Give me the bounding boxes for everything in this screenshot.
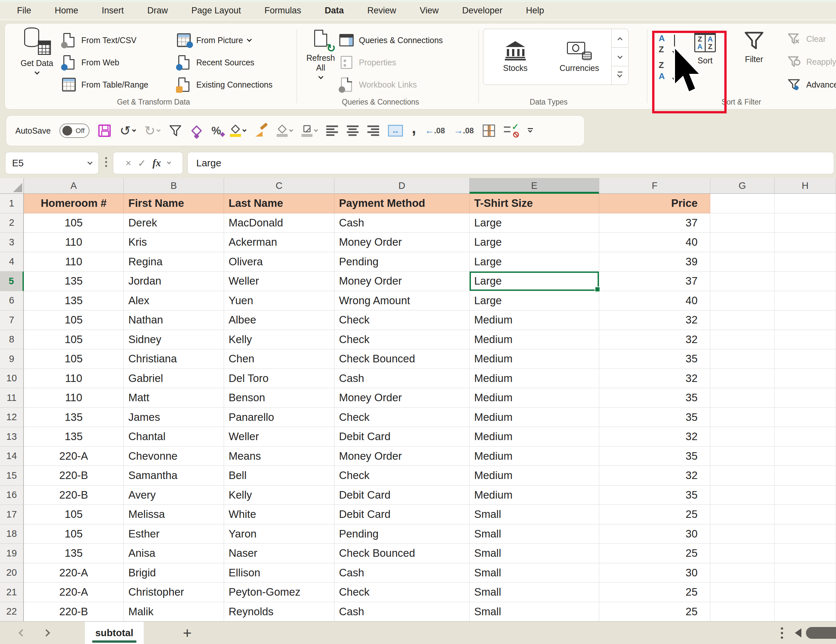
cell-F17[interactable]: 25 bbox=[599, 505, 710, 525]
cell-D22[interactable]: Cash bbox=[335, 602, 470, 622]
row-header-11[interactable]: 11 bbox=[0, 388, 24, 408]
column-header-G[interactable]: G bbox=[710, 178, 775, 193]
cell-H21[interactable] bbox=[775, 583, 836, 602]
row-header-9[interactable]: 9 bbox=[0, 349, 24, 369]
cell-C17[interactable]: White bbox=[224, 505, 335, 525]
row-header-14[interactable]: 14 bbox=[0, 447, 24, 466]
cell-G21[interactable] bbox=[710, 583, 775, 602]
name-box[interactable]: E5 bbox=[5, 152, 99, 174]
insert-function-button[interactable]: fx bbox=[152, 157, 161, 169]
cell-D3[interactable]: Money Order bbox=[335, 233, 470, 252]
queries-connections-button[interactable]: Queries & Connections bbox=[339, 31, 443, 50]
cell-A6[interactable]: 135 bbox=[24, 291, 124, 311]
cell-B12[interactable]: James bbox=[124, 408, 224, 427]
format-painter-button[interactable] bbox=[255, 124, 268, 137]
cell-B19[interactable]: Anisa bbox=[124, 544, 224, 563]
cell-B17[interactable]: Melissa bbox=[124, 505, 224, 525]
tab-page-layout[interactable]: Page Layout bbox=[191, 2, 241, 19]
scroll-left-arrow-icon[interactable] bbox=[795, 628, 802, 637]
cell-H13[interactable] bbox=[775, 427, 836, 447]
cell-E2[interactable]: Large bbox=[470, 213, 599, 233]
reapply-filter-button[interactable]: Reapply bbox=[786, 52, 836, 71]
formula-input[interactable]: Large bbox=[188, 152, 834, 174]
column-header-B[interactable]: B bbox=[124, 178, 224, 193]
cell-C15[interactable]: Bell bbox=[224, 466, 335, 485]
gallery-up-button[interactable] bbox=[612, 29, 628, 47]
cell-B15[interactable]: Samantha bbox=[124, 466, 224, 485]
tab-developer[interactable]: Developer bbox=[462, 2, 502, 19]
cell-A10[interactable]: 110 bbox=[24, 369, 124, 389]
cell-G4[interactable] bbox=[710, 252, 775, 272]
row-header-10[interactable]: 10 bbox=[0, 369, 24, 389]
cell-A16[interactable]: 220-B bbox=[24, 485, 124, 505]
cell-H3[interactable] bbox=[775, 233, 836, 252]
align-center-button[interactable] bbox=[347, 126, 359, 136]
cell-B11[interactable]: Matt bbox=[124, 388, 224, 408]
cell-C6[interactable]: Yuen bbox=[224, 291, 335, 311]
cell-D20[interactable]: Cash bbox=[335, 563, 470, 583]
get-data-button[interactable]: Get Data bbox=[16, 27, 58, 96]
row-header-1[interactable]: 1 bbox=[0, 194, 24, 213]
cell-G2[interactable] bbox=[710, 213, 775, 233]
cell-E8[interactable]: Medium bbox=[470, 330, 599, 350]
fill-color-button[interactable] bbox=[277, 124, 292, 137]
cell-F10[interactable]: 32 bbox=[599, 369, 710, 389]
cell-G17[interactable] bbox=[710, 505, 775, 525]
cell-C1[interactable]: Last Name bbox=[224, 194, 335, 213]
row-header-21[interactable]: 21 bbox=[0, 583, 24, 602]
cell-D7[interactable]: Check bbox=[335, 311, 470, 330]
tab-insert[interactable]: Insert bbox=[102, 2, 124, 19]
cell-B7[interactable]: Nathan bbox=[124, 311, 224, 330]
cell-B2[interactable]: Derek bbox=[124, 213, 224, 233]
row-header-8[interactable]: 8 bbox=[0, 330, 24, 350]
clear-formats-button[interactable] bbox=[191, 125, 202, 137]
cell-F16[interactable]: 35 bbox=[599, 485, 710, 505]
row-header-4[interactable]: 4 bbox=[0, 252, 24, 272]
cell-G3[interactable] bbox=[710, 233, 775, 252]
cell-D21[interactable]: Check bbox=[335, 583, 470, 602]
tab-help[interactable]: Help bbox=[526, 2, 544, 19]
refresh-all-button[interactable]: ↻ Refresh All bbox=[301, 27, 340, 96]
cell-F13[interactable]: 32 bbox=[599, 427, 710, 447]
cell-C3[interactable]: Ackerman bbox=[224, 233, 335, 252]
cell-F2[interactable]: 37 bbox=[599, 213, 710, 233]
cell-B9[interactable]: Christiana bbox=[124, 349, 224, 369]
cell-B1[interactable]: First Name bbox=[124, 194, 224, 213]
cell-G12[interactable] bbox=[710, 408, 775, 427]
cell-D2[interactable]: Cash bbox=[335, 213, 470, 233]
sheet-tab-subtotal[interactable]: subtotal bbox=[85, 622, 144, 644]
cell-H12[interactable] bbox=[775, 408, 836, 427]
cell-A22[interactable]: 220-B bbox=[24, 602, 124, 622]
from-web-button[interactable]: From Web bbox=[61, 53, 119, 72]
cell-D19[interactable]: Check Bounced bbox=[335, 544, 470, 563]
tab-formulas[interactable]: Formulas bbox=[265, 2, 301, 19]
cell-D9[interactable]: Check Bounced bbox=[335, 349, 470, 369]
cell-B6[interactable]: Alex bbox=[124, 291, 224, 311]
cell-D18[interactable]: Pending bbox=[335, 525, 470, 544]
cell-C13[interactable]: Weller bbox=[224, 427, 335, 447]
cell-E9[interactable]: Medium bbox=[470, 349, 599, 369]
cell-C8[interactable]: Kelly bbox=[224, 330, 335, 350]
cell-C21[interactable]: Peyton-Gomez bbox=[224, 583, 335, 602]
cell-D14[interactable]: Money Order bbox=[335, 447, 470, 466]
cell-F4[interactable]: 39 bbox=[599, 252, 710, 272]
row-header-16[interactable]: 16 bbox=[0, 485, 24, 505]
cell-D17[interactable]: Debit Card bbox=[335, 505, 470, 525]
redo-button[interactable]: ↻ bbox=[144, 124, 160, 137]
tab-review[interactable]: Review bbox=[367, 2, 397, 19]
cell-G11[interactable] bbox=[710, 388, 775, 408]
cell-G19[interactable] bbox=[710, 544, 775, 563]
clear-filter-button[interactable]: Clear bbox=[786, 29, 826, 48]
cell-C5[interactable]: Weller bbox=[224, 271, 335, 291]
cell-D8[interactable]: Check bbox=[335, 330, 470, 350]
cell-C20[interactable]: Ellison bbox=[224, 563, 335, 583]
cell-B10[interactable]: Gabriel bbox=[124, 369, 224, 389]
column-header-E[interactable]: E bbox=[470, 178, 599, 193]
cell-C19[interactable]: Naser bbox=[224, 544, 335, 563]
enter-button[interactable]: ✓ bbox=[138, 157, 146, 169]
row-header-12[interactable]: 12 bbox=[0, 408, 24, 427]
cell-B18[interactable]: Esther bbox=[124, 525, 224, 544]
cell-A17[interactable]: 105 bbox=[24, 505, 124, 525]
cell-H7[interactable] bbox=[775, 311, 836, 330]
tab-view[interactable]: View bbox=[420, 2, 439, 19]
